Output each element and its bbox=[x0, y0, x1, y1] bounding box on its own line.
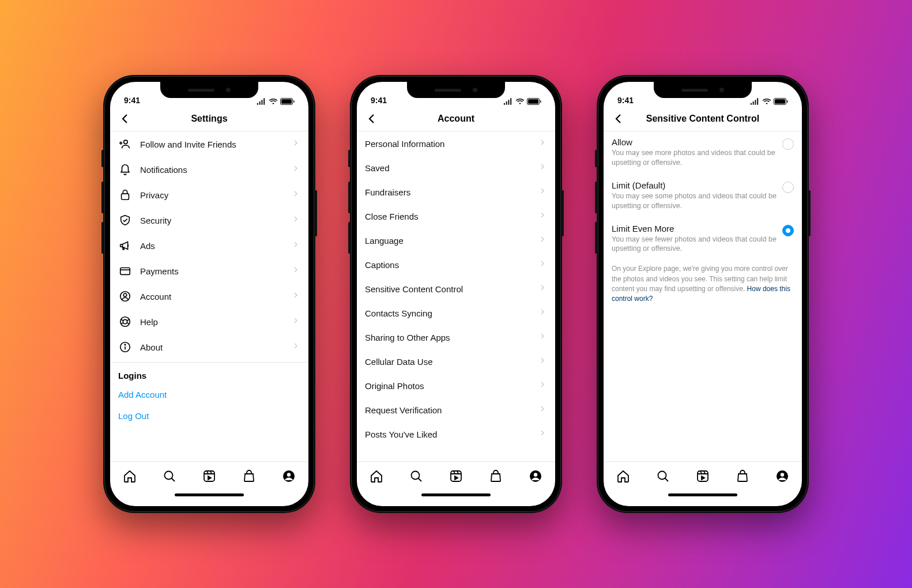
menu-row-1-10[interactable]: Original Photos bbox=[357, 374, 555, 398]
menu-row-1-1[interactable]: Saved bbox=[357, 156, 555, 180]
radio-title: Limit (Default) bbox=[612, 180, 777, 190]
chevron-right-icon bbox=[538, 138, 547, 149]
page-title: Settings bbox=[110, 114, 308, 124]
menu-row-label: Security bbox=[140, 216, 291, 225]
link-row-0[interactable]: Add Account bbox=[110, 385, 308, 404]
status-time: 9:41 bbox=[371, 96, 387, 105]
reels-icon[interactable] bbox=[202, 469, 217, 484]
menu-row-label: Follow and Invite Friends bbox=[140, 140, 291, 149]
menu-row-label: Ads bbox=[140, 241, 291, 251]
chevron-right-icon bbox=[291, 164, 300, 175]
svg-point-27 bbox=[412, 471, 420, 479]
home-icon[interactable] bbox=[369, 469, 384, 484]
home-indicator bbox=[110, 490, 308, 506]
svg-rect-25 bbox=[528, 99, 538, 104]
radio-desc: You may see fewer photos and videos that… bbox=[612, 235, 777, 254]
page-title: Account bbox=[357, 114, 555, 124]
section-title: Logins bbox=[110, 363, 308, 385]
menu-row-1-9[interactable]: Cellular Data Use bbox=[357, 349, 555, 374]
search-icon[interactable] bbox=[409, 469, 424, 484]
nav-header: Settings bbox=[110, 106, 308, 131]
svg-rect-6 bbox=[122, 194, 129, 199]
menu-row-0-5[interactable]: Payments bbox=[110, 258, 308, 284]
chevron-right-icon bbox=[538, 259, 547, 270]
menu-row-0-2[interactable]: Privacy bbox=[110, 182, 308, 208]
menu-row-1-7[interactable]: Contacts Syncing bbox=[357, 301, 555, 325]
chevron-right-icon bbox=[291, 291, 300, 302]
menu-row-1-8[interactable]: Sharing to Other Apps bbox=[357, 325, 555, 349]
svg-rect-37 bbox=[787, 100, 788, 103]
menu-row-1-3[interactable]: Close Friends bbox=[357, 204, 555, 228]
menu-row-1-5[interactable]: Captions bbox=[357, 252, 555, 277]
svg-rect-29 bbox=[451, 471, 461, 481]
menu-row-1-11[interactable]: Request Verification bbox=[357, 398, 555, 422]
menu-row-0-6[interactable]: Account bbox=[110, 284, 308, 309]
tab-bar bbox=[110, 461, 308, 490]
shop-icon[interactable] bbox=[242, 469, 257, 484]
profile-icon[interactable] bbox=[775, 469, 790, 484]
chevron-right-icon bbox=[538, 235, 547, 246]
menu-row-1-12[interactable]: Posts You've Liked bbox=[357, 422, 555, 446]
chevron-right-icon bbox=[538, 162, 547, 174]
info-icon bbox=[118, 340, 132, 354]
menu-row-1-0[interactable]: Personal Information bbox=[357, 131, 555, 156]
svg-point-38 bbox=[658, 471, 666, 479]
menu-row-0-1[interactable]: Notifications bbox=[110, 157, 308, 182]
nav-header: Account bbox=[357, 106, 555, 131]
menu-row-1-6[interactable]: Sensitive Content Control bbox=[357, 277, 555, 301]
chevron-right-icon bbox=[291, 138, 300, 150]
radio-option-1[interactable]: Limit (Default) You may see some photos … bbox=[604, 175, 802, 218]
shop-icon[interactable] bbox=[735, 469, 750, 484]
radio-button-icon bbox=[782, 225, 794, 236]
home-indicator bbox=[604, 490, 802, 506]
status-time: 9:41 bbox=[617, 96, 634, 105]
menu-row-0-8[interactable]: About bbox=[110, 334, 308, 360]
menu-row-label: Request Verification bbox=[365, 405, 538, 415]
link-row-1[interactable]: Log Out bbox=[110, 406, 308, 425]
profile-icon[interactable] bbox=[281, 469, 296, 484]
reels-icon[interactable] bbox=[449, 469, 463, 484]
menu-row-1-2[interactable]: Fundraisers bbox=[357, 180, 555, 204]
tab-bar bbox=[357, 461, 555, 490]
menu-row-label: Notifications bbox=[140, 165, 291, 175]
menu-row-0-7[interactable]: Help bbox=[110, 309, 308, 334]
content: Personal Information Saved Fundraisers C… bbox=[357, 131, 555, 461]
search-icon[interactable] bbox=[655, 469, 670, 484]
back-button[interactable] bbox=[364, 111, 380, 127]
chevron-right-icon bbox=[291, 316, 300, 327]
back-button[interactable] bbox=[610, 111, 627, 127]
back-button[interactable] bbox=[117, 111, 133, 127]
menu-row-0-4[interactable]: Ads bbox=[110, 233, 308, 258]
radio-option-2[interactable]: Limit Even More You may see fewer photos… bbox=[604, 218, 802, 261]
status-indicators bbox=[503, 98, 541, 105]
megaphone-icon bbox=[118, 239, 132, 252]
chevron-right-icon bbox=[538, 404, 547, 416]
shield-icon bbox=[118, 213, 132, 227]
user-plus-icon bbox=[118, 137, 132, 151]
radio-option-0[interactable]: Allow You may see more photos and videos… bbox=[604, 131, 802, 175]
content: Allow You may see more photos and videos… bbox=[604, 131, 802, 461]
home-indicator bbox=[357, 490, 555, 506]
menu-row-0-0[interactable]: Follow and Invite Friends bbox=[110, 131, 308, 157]
shop-icon[interactable] bbox=[488, 469, 503, 484]
chevron-right-icon bbox=[291, 214, 300, 226]
chevron-right-icon bbox=[538, 307, 547, 319]
radio-desc: You may see some photos and videos that … bbox=[612, 191, 777, 211]
menu-row-1-4[interactable]: Language bbox=[357, 228, 555, 252]
svg-rect-7 bbox=[120, 268, 130, 275]
profile-icon[interactable] bbox=[528, 469, 543, 484]
chevron-right-icon bbox=[291, 265, 300, 277]
menu-row-label: About bbox=[140, 342, 291, 352]
radio-title: Limit Even More bbox=[612, 224, 777, 233]
menu-row-0-3[interactable]: Security bbox=[110, 208, 308, 233]
nav-header: Sensitive Content Control bbox=[604, 106, 802, 131]
home-icon[interactable] bbox=[122, 469, 137, 484]
reels-icon[interactable] bbox=[695, 469, 710, 484]
menu-row-label: Sensitive Content Control bbox=[365, 284, 538, 294]
search-icon[interactable] bbox=[162, 469, 177, 484]
svg-rect-1 bbox=[281, 99, 292, 104]
menu-row-label: Fundraisers bbox=[365, 187, 538, 197]
home-icon[interactable] bbox=[616, 469, 631, 484]
chevron-right-icon bbox=[291, 240, 300, 251]
svg-line-28 bbox=[419, 478, 422, 481]
